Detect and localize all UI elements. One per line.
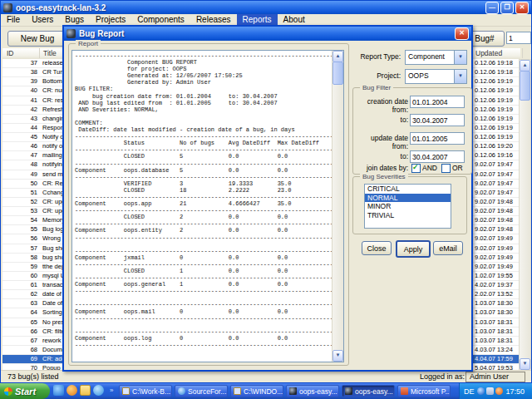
maximize-button[interactable]: ❐ [500,2,514,14]
cell-bug-id: 64 [2,308,37,317]
column-header-updated[interactable]: Updated [471,48,523,58]
cell-bug-id: 49 [2,170,37,179]
dialog-title: Bug Report [79,29,124,38]
quick-launch-icon[interactable] [80,385,91,396]
menu-item[interactable]: Reports [237,14,278,26]
tray-icon[interactable] [486,387,494,395]
report-text: ----------------------------------------… [75,52,333,348]
close-button[interactable]: ✕ [515,2,529,14]
task-button[interactable]: Microsoft P... [397,385,451,397]
task-icon [234,387,241,395]
or-checkbox[interactable] [441,164,451,173]
language-indicator[interactable]: DE [464,387,475,396]
project-value: OOPS [408,71,429,80]
list-scrollbar[interactable]: ▲ ▼ [519,59,531,371]
app-icon [3,3,12,12]
creation-from-label: creation date from: [353,97,408,114]
menu-item[interactable]: File [1,14,26,26]
chevron-down-icon[interactable]: ▼ [454,51,466,64]
task-icon [178,387,185,395]
cell-bug-id: 67 [2,337,37,345]
cell-bug-updated: 0.12.06 19:16 [475,151,520,160]
quick-launch-icon[interactable] [53,385,64,396]
task-button[interactable]: oops-easy... [286,385,339,397]
task-label: oops-easy... [355,387,393,396]
quick-launch-icon[interactable] [93,385,104,396]
menu-item[interactable]: Components [131,14,190,26]
column-header-id[interactable]: ID [2,48,40,58]
desktop: oops-easytrack-lan-3.2 — ❐ ✕ FileUsersBu… [0,0,532,399]
creation-to-input[interactable] [410,114,465,126]
project-label: Project: [334,71,401,80]
bug-filter-group-label: Bug Filter [360,84,393,91]
cell-bug-updated: 9.02.07 19:47 [475,160,520,169]
report-scrollbar[interactable]: ▲ ▼ [332,51,343,362]
cell-bug-updated: 9.02.07 19:49 [475,234,520,243]
dialog-titlebar[interactable]: Bug Report ✕ [64,27,471,41]
cell-bug-id: 66 [2,328,37,336]
scroll-down-icon[interactable]: ▼ [520,358,530,370]
apply-button[interactable]: Apply [396,240,431,258]
minimize-button[interactable]: — [485,2,499,14]
dialog-icon [66,29,76,38]
update-from-input[interactable] [410,132,465,145]
report-viewer[interactable]: ----------------------------------------… [71,50,344,362]
cell-bug-updated: 0.12.06 19:19 [475,124,520,132]
menu-item[interactable]: Releases [190,14,237,26]
report-group-label: Report [76,40,101,47]
cell-bug-id: 50 [2,180,37,188]
close-dialog-button[interactable]: Close [362,241,392,255]
cell-bug-id: 42 [2,106,37,114]
severity-item[interactable]: MINOR [365,202,451,211]
email-button[interactable]: eMail [433,241,463,255]
clock: 17:50 [506,387,525,396]
cell-bug-updated: 9.02.07 19:48 [475,207,520,215]
and-checkbox[interactable] [411,164,421,173]
quick-launch-more-icon[interactable]: » [110,387,113,394]
cell-bug-id: 57 [2,244,37,253]
severity-item[interactable]: TRIVIAL [365,211,451,220]
menu-item[interactable]: About [278,14,311,26]
cell-bug-updated: 1.02.07 19:55 [475,272,520,280]
cell-bug-updated: 0.12.06 19:19 [475,115,520,123]
main-titlebar[interactable]: oops-easytrack-lan-3.2 — ❐ ✕ [1,1,531,14]
logged-in-label: Logged in as: [420,372,465,381]
chevron-down-icon[interactable]: ▼ [454,70,466,83]
cell-bug-updated: 9.02.07 19:49 [475,263,520,271]
task-button[interactable]: oops-easy... [342,385,395,397]
bug-filter-group: Bug Filter creation date from: to: updat… [352,87,472,175]
task-button[interactable]: C:\WINDO... [230,385,283,397]
dialog-close-icon[interactable]: ✕ [455,27,469,40]
start-button[interactable]: Start [0,383,50,399]
scroll-thumb[interactable] [520,71,530,101]
menu-item[interactable]: Bugs [59,14,90,26]
project-select[interactable]: OOPS ▼ [405,69,467,84]
task-label: SourceFor... [188,387,226,396]
cell-bug-updated: 2.02.07 13:52 [475,290,520,298]
cell-bug-updated: 1.03.07 18:31 [475,328,520,336]
cell-bug-updated: 9.02.07 19:48 [475,225,520,234]
report-scroll-down-icon[interactable]: ▼ [332,350,343,362]
severity-item[interactable]: NORMAL [365,194,451,203]
task-button[interactable]: SourceFor... [175,385,228,397]
tray-icon[interactable] [495,387,503,395]
quick-launch-icon[interactable] [66,385,77,396]
report-type-select[interactable]: Component ▼ [405,50,467,65]
task-label: oops-easy... [299,387,337,396]
update-to-input[interactable] [410,150,465,163]
task-button[interactable]: C:\Work-B... [119,385,172,397]
tray-icon[interactable] [477,387,485,395]
menu-item[interactable]: Users [26,14,59,26]
taskbar: Start » C:\Work-B... SourceFor... C:\WIN… [0,383,532,399]
scroll-up-icon[interactable]: ▲ [520,60,530,71]
cell-bug-id: 68 [2,346,37,354]
creation-from-input[interactable] [410,96,465,108]
bug-number-input[interactable] [506,32,531,44]
cell-bug-updated: 1.03.07 18:31 [475,318,520,327]
severity-item[interactable]: CRITICAL [365,185,451,194]
cell-bug-updated: 0.12.06 19:19 [475,106,520,114]
severity-listbox: CRITICALNORMALMINORTRIVIAL [364,184,451,229]
new-bug-button[interactable]: New Bug [7,31,67,47]
windows-logo-icon [4,387,12,396]
menu-item[interactable]: Projects [90,14,131,26]
